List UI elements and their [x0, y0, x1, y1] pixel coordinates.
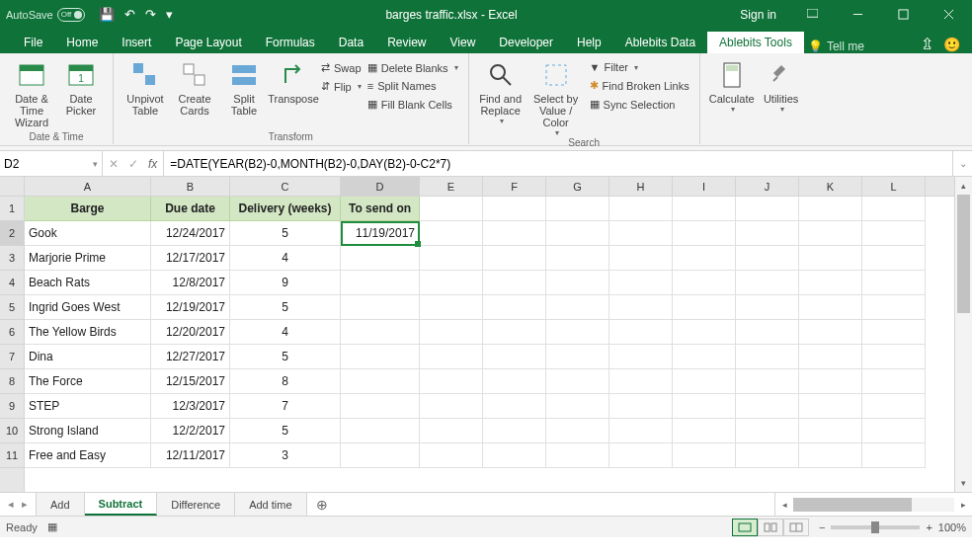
tab-ablebits-tools[interactable]: Ablebits Tools — [707, 32, 804, 53]
cell[interactable]: 12/15/2017 — [151, 369, 230, 394]
cell[interactable]: The Yellow Birds — [25, 320, 151, 345]
sheet-tab[interactable]: Add time — [235, 493, 306, 516]
cell[interactable] — [341, 394, 420, 419]
cell[interactable]: Marjorie Prime — [25, 246, 151, 271]
cell[interactable]: Delivery (weeks) — [230, 197, 341, 221]
cell[interactable]: 12/20/2017 — [151, 320, 230, 345]
date-picker-button[interactable]: 1Date Picker — [57, 57, 105, 117]
column-header[interactable]: D — [341, 177, 420, 196]
cell[interactable]: 4 — [230, 246, 341, 271]
zoom-in-icon[interactable]: + — [926, 521, 932, 533]
find-broken-links-button[interactable]: ✱Find Broken Links — [588, 77, 691, 94]
cell[interactable]: Barge — [25, 197, 151, 221]
column-header[interactable]: B — [151, 177, 230, 196]
column-header[interactable]: K — [799, 177, 862, 196]
cell[interactable]: Beach Rats — [25, 271, 151, 295]
fill-blank-cells-button[interactable]: ▦Fill Blank Cells — [365, 96, 460, 113]
row-header[interactable]: 3 — [0, 246, 24, 271]
vertical-scrollbar[interactable]: ▴ ▾ — [954, 177, 972, 492]
cell[interactable]: Due date — [151, 197, 230, 221]
row-header[interactable]: 2 — [0, 221, 24, 246]
find-replace-button[interactable]: Find and Replace▾ — [477, 57, 525, 125]
flip-button[interactable]: ⇵Flip▾ — [319, 78, 364, 95]
row-header[interactable]: 9 — [0, 394, 24, 419]
ribbon-display-icon[interactable] — [792, 0, 832, 29]
scroll-left-icon[interactable]: ◂ — [775, 500, 793, 510]
cell[interactable]: Gook — [25, 221, 151, 246]
cancel-icon[interactable]: ✕ — [109, 157, 119, 171]
cell[interactable]: 9 — [230, 271, 341, 295]
zoom-control[interactable]: − + 100% — [819, 521, 966, 533]
cell[interactable] — [341, 419, 420, 443]
tab-formulas[interactable]: Formulas — [254, 32, 327, 53]
column-header[interactable]: J — [736, 177, 799, 196]
autosave-toggle[interactable]: AutoSave Off — [6, 8, 85, 22]
prev-sheet-icon[interactable]: ◂ — [8, 498, 14, 511]
close-icon[interactable] — [929, 0, 968, 29]
qat-customize-icon[interactable]: ▾ — [166, 7, 173, 22]
cell[interactable]: 8 — [230, 369, 341, 394]
enter-icon[interactable]: ✓ — [128, 157, 138, 171]
tab-help[interactable]: Help — [565, 32, 613, 53]
unpivot-table-button[interactable]: Unpivot Table — [122, 57, 169, 117]
column-header[interactable]: A — [25, 177, 151, 196]
scroll-down-icon[interactable]: ▾ — [955, 474, 972, 492]
cell[interactable]: Dina — [25, 345, 151, 369]
cell[interactable] — [341, 246, 420, 271]
cell[interactable]: 12/27/2017 — [151, 345, 230, 369]
split-table-button[interactable]: Split Table — [220, 57, 268, 117]
row-header[interactable]: 4 — [0, 271, 24, 295]
tab-ablebits-data[interactable]: Ablebits Data — [613, 32, 707, 53]
cell[interactable] — [341, 271, 420, 295]
tab-data[interactable]: Data — [327, 32, 375, 53]
scroll-thumb[interactable] — [793, 498, 912, 512]
date-time-wizard-button[interactable]: Date & Time Wizard — [8, 57, 55, 128]
cell[interactable]: The Force — [25, 369, 151, 394]
cell[interactable]: STEP — [25, 394, 151, 419]
scroll-thumb[interactable] — [957, 195, 970, 313]
cell[interactable] — [341, 369, 420, 394]
column-header[interactable]: G — [546, 177, 609, 196]
tab-view[interactable]: View — [439, 32, 488, 53]
cell[interactable] — [341, 320, 420, 345]
cell[interactable]: To send on — [341, 197, 420, 221]
cell-grid[interactable]: Barge Due date Delivery (weeks) To send … — [25, 197, 954, 468]
tab-insert[interactable]: Insert — [110, 32, 163, 53]
column-header[interactable]: F — [483, 177, 546, 196]
cell[interactable] — [341, 345, 420, 369]
cell[interactable]: Free and Easy — [25, 443, 151, 468]
scroll-up-icon[interactable]: ▴ — [955, 177, 972, 195]
select-by-value-button[interactable]: Select by Value / Color▾ — [526, 57, 586, 137]
redo-icon[interactable]: ↷ — [145, 7, 156, 22]
cell[interactable]: 12/8/2017 — [151, 271, 230, 295]
sheet-tab[interactable]: Difference — [157, 493, 235, 516]
sheet-tab[interactable]: Add — [37, 493, 85, 516]
transpose-button[interactable]: Transpose — [270, 57, 317, 105]
cell[interactable]: 12/2/2017 — [151, 419, 230, 443]
column-header[interactable]: I — [673, 177, 736, 196]
tell-me-search[interactable]: 💡Tell me — [808, 40, 864, 53]
zoom-slider[interactable] — [831, 525, 920, 529]
cell[interactable]: 12/17/2017 — [151, 246, 230, 271]
row-header[interactable]: 11 — [0, 443, 24, 468]
cell[interactable]: 4 — [230, 320, 341, 345]
tab-home[interactable]: Home — [54, 32, 110, 53]
cell[interactable]: 3 — [230, 443, 341, 468]
horizontal-scrollbar[interactable]: ◂ ▸ — [774, 493, 972, 516]
sheet-nav[interactable]: ◂▸ — [0, 493, 37, 516]
column-header[interactable]: H — [609, 177, 673, 196]
filter-button[interactable]: ▼Filter▾ — [588, 59, 691, 75]
feedback-smile-icon[interactable]: 🙂 — [943, 37, 960, 52]
column-header[interactable]: E — [420, 177, 483, 196]
tab-review[interactable]: Review — [375, 32, 438, 53]
undo-icon[interactable]: ↶ — [124, 7, 135, 22]
zoom-out-icon[interactable]: − — [819, 521, 825, 533]
split-names-button[interactable]: ≡Split Names — [365, 78, 460, 94]
cell[interactable]: 12/19/2017 — [151, 295, 230, 320]
formula-input[interactable]: =DATE(YEAR(B2)-0,MONTH(B2)-0,DAY(B2)-0-C… — [164, 151, 952, 176]
cell[interactable]: 12/24/2017 — [151, 221, 230, 246]
new-sheet-button[interactable]: ⊕ — [307, 493, 337, 516]
cell[interactable]: 5 — [230, 295, 341, 320]
page-break-view-button[interactable] — [783, 519, 809, 536]
fx-icon[interactable]: fx — [148, 157, 157, 171]
